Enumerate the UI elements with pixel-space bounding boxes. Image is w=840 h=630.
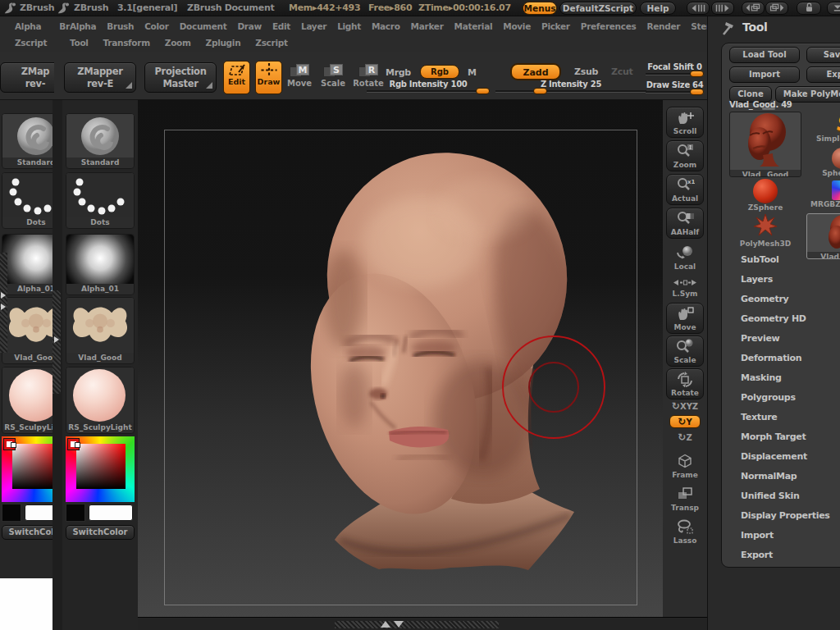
frame-button[interactable]: Frame bbox=[666, 451, 704, 482]
menu-item[interactable]: Brush bbox=[107, 21, 134, 31]
zcut-button[interactable]: Zcut bbox=[611, 66, 632, 77]
menu-item[interactable]: Draw bbox=[237, 21, 261, 31]
local-button[interactable]: Local bbox=[666, 243, 704, 272]
color-picker[interactable] bbox=[2, 436, 52, 502]
left-edge-tray-handle[interactable] bbox=[0, 253, 7, 353]
stroke-thumbnail[interactable]: Dots bbox=[66, 172, 135, 229]
rgb-intensity-handle[interactable] bbox=[476, 88, 490, 94]
main-color-swatch[interactable] bbox=[2, 504, 21, 522]
tool-section-header[interactable]: Unified Skin bbox=[708, 486, 840, 506]
menu-item[interactable]: Zplugin bbox=[206, 38, 241, 48]
tray-up-arrow-icon[interactable] bbox=[381, 621, 390, 628]
menu-item[interactable]: Color bbox=[144, 21, 168, 31]
tool-section-header[interactable]: Display Properties bbox=[708, 506, 840, 526]
texture-thumbnail[interactable]: Vlad_Good bbox=[66, 297, 135, 364]
polymesh3d-thumbnail[interactable]: PolyMesh3D bbox=[729, 213, 801, 248]
tool-section-header[interactable]: Deformation bbox=[708, 349, 840, 368]
focal-shift-slider[interactable]: Focal Shift 0 bbox=[646, 62, 704, 75]
alt-color-swatch[interactable] bbox=[25, 504, 52, 521]
prev-panel-button[interactable] bbox=[742, 2, 765, 15]
menu-item[interactable]: Alpha bbox=[70, 21, 96, 31]
edit-button[interactable]: Edit bbox=[223, 61, 250, 94]
menus-button[interactable]: Menus bbox=[523, 2, 557, 15]
menu-item[interactable]: Marker bbox=[411, 21, 444, 31]
menu-item[interactable]: Alpha bbox=[15, 21, 41, 31]
move-viewport-button[interactable]: Move bbox=[666, 303, 704, 334]
saturation-square[interactable] bbox=[76, 444, 126, 489]
lasso-button[interactable]: Lasso bbox=[666, 517, 704, 548]
m-button[interactable]: M bbox=[468, 67, 477, 78]
stroke-thumbnail[interactable]: Dots bbox=[2, 172, 52, 229]
import-button[interactable]: Import bbox=[729, 66, 800, 83]
menu-item[interactable]: Light bbox=[337, 21, 361, 31]
tool-section-header[interactable]: Masking bbox=[708, 368, 840, 388]
mrgbzgrabber-thumbnail[interactable]: MRGBZGrabber bbox=[806, 180, 840, 208]
menu-item[interactable]: Movie bbox=[503, 21, 531, 31]
menu-item[interactable]: Macro bbox=[372, 21, 400, 31]
focal-shift-handle[interactable] bbox=[690, 71, 704, 77]
main-color-swatch[interactable] bbox=[66, 504, 85, 522]
zsphere-thumbnail[interactable]: ZSphere bbox=[729, 179, 801, 212]
rotate-xyz-button[interactable]: ↻XYZ bbox=[666, 400, 704, 413]
menu-item[interactable]: Tool bbox=[70, 38, 89, 48]
zmapper-back-button-clipped[interactable]: ZMap rev- bbox=[0, 62, 54, 93]
move-tool-button[interactable]: M Move bbox=[285, 64, 313, 88]
menu-item[interactable]: Preferences bbox=[581, 21, 637, 31]
thumb-scroll-dash[interactable] bbox=[762, 107, 775, 110]
lock-button[interactable] bbox=[797, 2, 821, 15]
menu-item[interactable]: Zoom bbox=[165, 38, 191, 48]
projection-master-button[interactable]: Projection Master bbox=[144, 62, 217, 93]
tool-section-header[interactable]: Displacement bbox=[708, 447, 840, 467]
menu-item[interactable]: Transform bbox=[103, 38, 150, 48]
draw-size-slider[interactable]: Draw Size 64 bbox=[646, 80, 704, 94]
help-button[interactable]: Help bbox=[640, 2, 676, 15]
menu-item[interactable]: Zscript bbox=[255, 38, 287, 48]
save-as-button[interactable]: Save As bbox=[806, 47, 840, 63]
texture-thumbnail[interactable]: Vlad_Good bbox=[2, 297, 52, 364]
scale-tool-button[interactable]: S Scale bbox=[319, 64, 347, 88]
next-divider-button[interactable] bbox=[711, 2, 734, 15]
tool-section-header[interactable]: Import bbox=[708, 526, 840, 546]
saturation-square[interactable] bbox=[12, 444, 52, 489]
zoom-button[interactable]: Zoom bbox=[666, 140, 704, 171]
tool-section-header[interactable]: Preview bbox=[708, 329, 840, 349]
defaultzscript-button[interactable]: DefaultZScript bbox=[559, 2, 637, 15]
zadd-button[interactable]: Zadd bbox=[510, 63, 561, 80]
rgb-intensity-slider[interactable]: Rgb Intensity 100 bbox=[367, 80, 490, 93]
switchcolor-button[interactable]: SwitchColor bbox=[66, 525, 135, 540]
document-canvas[interactable] bbox=[138, 100, 663, 617]
zsub-button[interactable]: Zsub bbox=[574, 66, 598, 77]
menu-item[interactable]: Edit bbox=[272, 21, 290, 31]
color-picker[interactable] bbox=[66, 436, 135, 502]
load-tool-button[interactable]: Load Tool bbox=[729, 47, 800, 63]
aahalf-button[interactable]: AAHalf bbox=[666, 208, 704, 239]
rotate-viewport-button[interactable]: Rotate bbox=[666, 368, 704, 399]
tool-section-header[interactable]: Layers bbox=[708, 270, 840, 290]
sphere3d-thumbnail[interactable]: Sphere3D bbox=[806, 148, 840, 177]
scale-viewport-button[interactable]: Scale bbox=[666, 336, 704, 367]
brush-thumbnail[interactable]: Standard bbox=[2, 113, 52, 169]
actual-button[interactable]: x1 Actual bbox=[666, 174, 704, 205]
tool-section-header[interactable]: Morph Target bbox=[708, 427, 840, 447]
z-intensity-slider[interactable]: Z Intensity 25 bbox=[495, 80, 646, 93]
tool-section-header[interactable]: Geometry HD bbox=[708, 309, 840, 329]
alt-color-swatch[interactable] bbox=[89, 504, 133, 521]
alpha-thumbnail[interactable]: Alpha_01 bbox=[66, 234, 135, 295]
tool-section-header[interactable]: Geometry bbox=[708, 290, 840, 309]
tool-section-header[interactable]: Polygroups bbox=[708, 388, 840, 408]
menu-item[interactable]: Render bbox=[647, 21, 681, 31]
transp-button[interactable]: Transp bbox=[666, 484, 704, 515]
menu-item[interactable]: Zscript bbox=[15, 38, 47, 48]
tray-down-arrow-icon[interactable] bbox=[394, 621, 404, 628]
prev-divider-button[interactable] bbox=[687, 2, 710, 15]
next-panel-button[interactable] bbox=[765, 2, 788, 15]
material-thumbnail[interactable]: RS_SculpyLight bbox=[2, 367, 52, 434]
minimize-button[interactable] bbox=[827, 2, 840, 15]
draw-button[interactable]: Draw bbox=[255, 61, 282, 94]
zmapper-button[interactable]: ZMapper rev-E bbox=[64, 62, 136, 93]
switchcolor-button[interactable]: SwitchColor bbox=[2, 525, 52, 540]
alpha-thumbnail[interactable]: Alpha_01 bbox=[2, 234, 52, 295]
current-tool-thumbnail[interactable]: Vlad_ Good bbox=[729, 112, 801, 177]
menu-item[interactable]: Document bbox=[180, 21, 227, 31]
draw-size-handle[interactable] bbox=[690, 89, 704, 95]
